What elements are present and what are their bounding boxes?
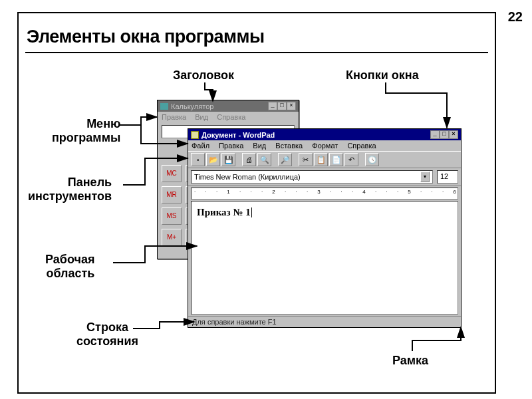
open-icon[interactable]: 📂 — [206, 153, 220, 166]
menu-item[interactable]: Вставка — [275, 142, 303, 150]
wordpad-icon — [191, 131, 199, 139]
wordpad-window: Документ - WordPad _ □ × Файл Правка Вид… — [188, 128, 462, 328]
calculator-titlebar[interactable]: Калькулятор _ □ × — [158, 100, 299, 112]
preview-icon[interactable]: 🔍 — [257, 153, 271, 166]
minimize-icon[interactable]: _ — [268, 102, 277, 110]
title-underline — [25, 52, 488, 53]
maximize-icon[interactable]: □ — [440, 130, 449, 139]
wordpad-menu[interactable]: Файл Правка Вид Вставка Формат Справка — [188, 140, 461, 151]
size-select[interactable]: 12 — [437, 170, 458, 184]
wordpad-titlebar[interactable]: Документ - WordPad _ □ × — [188, 129, 461, 140]
calculator-icon — [160, 103, 168, 110]
label-program-menu: Меню программы — [52, 117, 120, 144]
menu-item[interactable]: Вид — [195, 113, 208, 121]
menu-item[interactable]: Формат — [312, 142, 338, 150]
maximize-icon[interactable]: □ — [277, 102, 287, 110]
text-cursor — [251, 207, 252, 217]
label-header: Заголовок — [173, 68, 234, 82]
document-area[interactable]: Приказ № 1 — [191, 201, 458, 315]
find-icon[interactable]: 🔎 — [278, 153, 292, 166]
chevron-down-icon[interactable]: ▾ — [420, 172, 430, 182]
new-icon[interactable]: ▫ — [191, 153, 205, 166]
font-name: Times New Roman (Кириллица) — [194, 173, 301, 181]
undo-icon[interactable]: ↶ — [344, 153, 358, 166]
print-icon[interactable]: 🖨 — [242, 153, 256, 166]
ruler: · · · 1 · · · 2 · · · 3 · · · 4 · · · 5 … — [191, 188, 458, 200]
calculator-title-text: Калькулятор — [171, 102, 213, 110]
calc-button[interactable]: M+ — [162, 229, 182, 246]
wordpad-title-text: Документ - WordPad — [201, 131, 275, 139]
label-toolbar: Панель инструментов — [28, 176, 112, 203]
slide-number: 22 — [508, 9, 523, 25]
minimize-icon[interactable]: _ — [430, 130, 440, 139]
label-window-buttons: Кнопки окна — [346, 68, 419, 82]
close-icon[interactable]: × — [287, 102, 296, 110]
label-work-area: Рабочая область — [45, 253, 94, 280]
label-status-bar: Строка состояния — [76, 321, 138, 348]
menu-item[interactable]: Вид — [253, 142, 266, 150]
wordpad-toolbar: ▫ 📂 💾 🖨 🔍 🔎 ✂ 📋 📄 ↶ 🕓 — [188, 151, 461, 168]
cut-icon[interactable]: ✂ — [299, 153, 313, 166]
label-frame: Рамка — [392, 354, 428, 368]
calc-button[interactable]: MC — [162, 165, 182, 182]
menu-item[interactable]: Справка — [217, 113, 245, 121]
paste-icon[interactable]: 📄 — [329, 153, 343, 166]
calc-button[interactable]: MR — [162, 186, 182, 203]
menu-item[interactable]: Правка — [162, 113, 186, 121]
calc-button[interactable]: MS — [162, 207, 182, 225]
datetime-icon[interactable]: 🕓 — [365, 153, 379, 166]
menu-item[interactable]: Файл — [192, 142, 209, 150]
menu-item[interactable]: Справка — [347, 142, 376, 150]
menu-item[interactable]: Правка — [219, 142, 243, 150]
document-text: Приказ № 1 — [197, 207, 251, 217]
status-bar: Для справки нажмите F1 — [188, 316, 461, 327]
calculator-menu[interactable]: Правка Вид Справка — [158, 112, 299, 122]
close-icon[interactable]: × — [449, 130, 458, 139]
font-select[interactable]: Times New Roman (Кириллица) ▾ — [191, 170, 433, 184]
slide-title: Элементы окна программы — [27, 27, 264, 47]
save-icon[interactable]: 💾 — [221, 153, 235, 166]
copy-icon[interactable]: 📋 — [314, 153, 328, 166]
wordpad-fontbar: Times New Roman (Кириллица) ▾ 12 — [188, 168, 461, 186]
